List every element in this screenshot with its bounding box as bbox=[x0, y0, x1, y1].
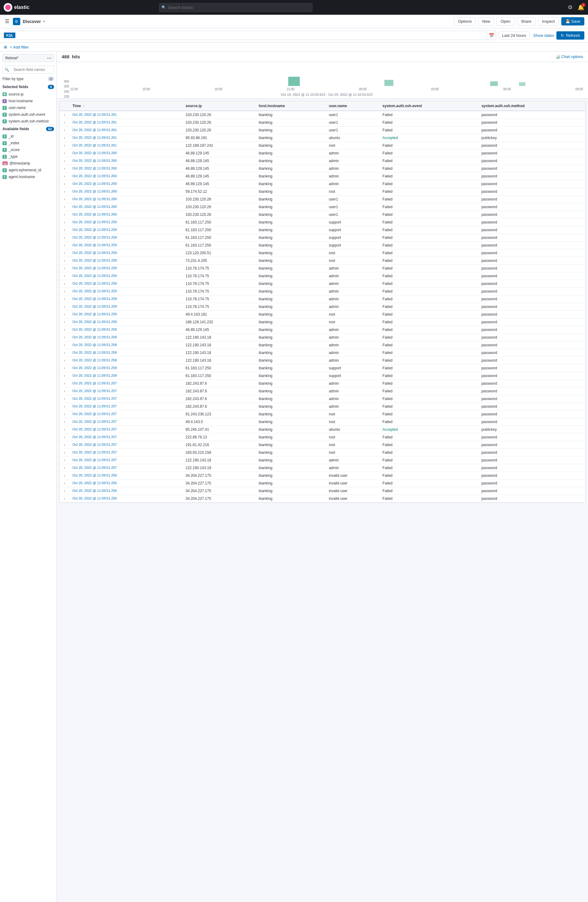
host-cell: ibanking bbox=[256, 272, 325, 280]
expand-button[interactable]: › bbox=[63, 327, 66, 332]
field-item-agent-ephemeral[interactable]: f agent.ephemeral_id bbox=[0, 167, 56, 174]
expand-button[interactable]: › bbox=[63, 166, 66, 171]
kql-input[interactable] bbox=[16, 31, 487, 39]
expand-button[interactable]: › bbox=[63, 489, 66, 493]
field-item-host-hostname[interactable]: t host.hostname bbox=[0, 98, 56, 104]
expand-button[interactable]: › bbox=[63, 450, 66, 455]
expand-button[interactable]: › bbox=[63, 374, 66, 378]
expand-button[interactable]: › bbox=[63, 443, 66, 447]
expand-button[interactable]: › bbox=[63, 243, 66, 247]
expand-button[interactable]: › bbox=[63, 113, 66, 117]
expand-button[interactable]: › bbox=[63, 412, 66, 416]
elastic-logo[interactable]: elastic bbox=[4, 3, 30, 12]
expand-button[interactable]: › bbox=[63, 473, 66, 478]
expand-button[interactable]: › bbox=[63, 343, 66, 347]
field-item-agent-hostname[interactable]: f agent.hostname bbox=[0, 174, 56, 180]
sidebar-search-input[interactable] bbox=[11, 66, 54, 74]
expand-button[interactable]: › bbox=[63, 213, 66, 217]
expand-button[interactable]: › bbox=[63, 143, 66, 148]
field-item-timestamp[interactable]: 📅 @timestamp bbox=[0, 160, 56, 167]
col-header-time[interactable]: Time ↑ bbox=[69, 101, 182, 111]
share-button[interactable]: Share bbox=[517, 17, 535, 25]
expand-button[interactable]: › bbox=[63, 159, 66, 163]
help-icon[interactable]: ⚙ bbox=[568, 4, 572, 11]
field-item-ssh-event[interactable]: f system.auth.ssh.event bbox=[0, 111, 56, 118]
user-cell: admin bbox=[325, 265, 379, 272]
expand-button[interactable]: › bbox=[63, 312, 66, 316]
expand-button[interactable]: › bbox=[63, 381, 66, 385]
expand-button[interactable]: › bbox=[63, 182, 66, 186]
global-search-input[interactable] bbox=[159, 3, 313, 12]
field-item-type[interactable]: f _type bbox=[0, 153, 56, 160]
index-pattern-selector[interactable]: filebeat* bbox=[2, 54, 54, 62]
expand-button[interactable]: › bbox=[63, 189, 66, 194]
expand-button[interactable]: › bbox=[63, 358, 66, 363]
expand-button[interactable]: › bbox=[63, 282, 66, 286]
refresh-button[interactable]: ↻ Refresh bbox=[557, 31, 584, 39]
expand-button[interactable]: › bbox=[63, 458, 66, 462]
expand-button[interactable]: › bbox=[63, 366, 66, 370]
event-cell: Failed bbox=[379, 403, 478, 410]
calendar-icon[interactable]: 📅 bbox=[487, 31, 496, 39]
expand-button[interactable]: › bbox=[63, 496, 66, 501]
expand-button[interactable]: › bbox=[63, 297, 66, 301]
expand-button[interactable]: › bbox=[63, 220, 66, 224]
expand-button[interactable]: › bbox=[63, 136, 66, 140]
expand-button[interactable]: › bbox=[63, 128, 66, 132]
save-button[interactable]: 💾 Save bbox=[561, 17, 584, 25]
col-header-source[interactable]: source.ip bbox=[182, 101, 256, 111]
selected-fields-header[interactable]: Selected fields 5 bbox=[0, 83, 56, 91]
chevron-down-icon[interactable]: ▾ bbox=[43, 20, 45, 23]
hamburger-button[interactable]: ☰ bbox=[4, 17, 11, 25]
chart-options-button[interactable]: 📊 Chart options bbox=[555, 55, 583, 59]
expand-button[interactable]: › bbox=[63, 320, 66, 324]
field-item-index[interactable]: f _index bbox=[0, 140, 56, 146]
expand-button[interactable]: › bbox=[63, 428, 66, 432]
new-button[interactable]: New bbox=[478, 17, 494, 25]
kql-badge[interactable]: KQL bbox=[4, 33, 16, 38]
expand-button[interactable]: › bbox=[63, 435, 66, 439]
expand-button[interactable]: › bbox=[63, 258, 66, 263]
expand-button[interactable]: › bbox=[63, 228, 66, 232]
field-item-source-ip[interactable]: ⊕ source.ip bbox=[0, 91, 56, 98]
table-row: › Oct 20, 2022 @ 11:09:51.257 91.243.236… bbox=[59, 410, 585, 418]
field-item-ssh-method[interactable]: f system.auth.ssh.method bbox=[0, 118, 56, 125]
expand-button[interactable]: › bbox=[63, 351, 66, 355]
field-item-id[interactable]: f _id bbox=[0, 133, 56, 140]
expand-button[interactable]: › bbox=[63, 335, 66, 340]
table-row: › Oct 20, 2022 @ 11:09:51.259 123.120.20… bbox=[59, 249, 585, 257]
expand-button[interactable]: › bbox=[63, 151, 66, 155]
col-header-method[interactable]: system.auth.ssh.method bbox=[479, 101, 585, 111]
col-header-host[interactable]: host.hostname bbox=[256, 101, 325, 111]
source-cell: 191.81.42.216 bbox=[182, 441, 256, 449]
add-filter-button[interactable]: + Add filter bbox=[10, 45, 29, 49]
field-item-user-name[interactable]: f user.name bbox=[0, 104, 56, 111]
options-button[interactable]: Options bbox=[454, 17, 476, 25]
available-fields-header[interactable]: Available fields 62 bbox=[0, 125, 56, 133]
inspect-button[interactable]: Inspect bbox=[538, 17, 559, 25]
expand-button[interactable]: › bbox=[63, 481, 66, 485]
expand-button[interactable]: › bbox=[63, 420, 66, 424]
expand-button[interactable]: › bbox=[63, 235, 66, 240]
expand-button[interactable]: › bbox=[63, 397, 66, 401]
notifications-icon[interactable]: 🔔1 bbox=[577, 4, 584, 11]
show-dates-button[interactable]: Show dates bbox=[533, 33, 554, 38]
expand-button[interactable]: › bbox=[63, 121, 66, 125]
expand-button[interactable]: › bbox=[63, 174, 66, 179]
expand-button[interactable]: › bbox=[63, 404, 66, 409]
col-header-user[interactable]: user.name bbox=[325, 101, 379, 111]
expand-button[interactable]: › bbox=[63, 305, 66, 309]
field-item-score[interactable]: f _score bbox=[0, 146, 56, 153]
expand-button[interactable]: › bbox=[63, 274, 66, 278]
expand-button[interactable]: › bbox=[63, 266, 66, 271]
expand-button[interactable]: › bbox=[63, 389, 66, 393]
filter-by-type-row[interactable]: Filter by type 0 bbox=[0, 75, 56, 83]
col-header-event[interactable]: system.auth.ssh.event bbox=[379, 101, 478, 111]
expand-button[interactable]: › bbox=[63, 251, 66, 255]
expand-button[interactable]: › bbox=[63, 466, 66, 470]
open-button[interactable]: Open bbox=[497, 17, 514, 25]
expand-button[interactable]: › bbox=[63, 205, 66, 209]
date-range-button[interactable]: Last 24 hours bbox=[499, 31, 530, 39]
expand-button[interactable]: › bbox=[63, 197, 66, 201]
expand-button[interactable]: › bbox=[63, 289, 66, 293]
